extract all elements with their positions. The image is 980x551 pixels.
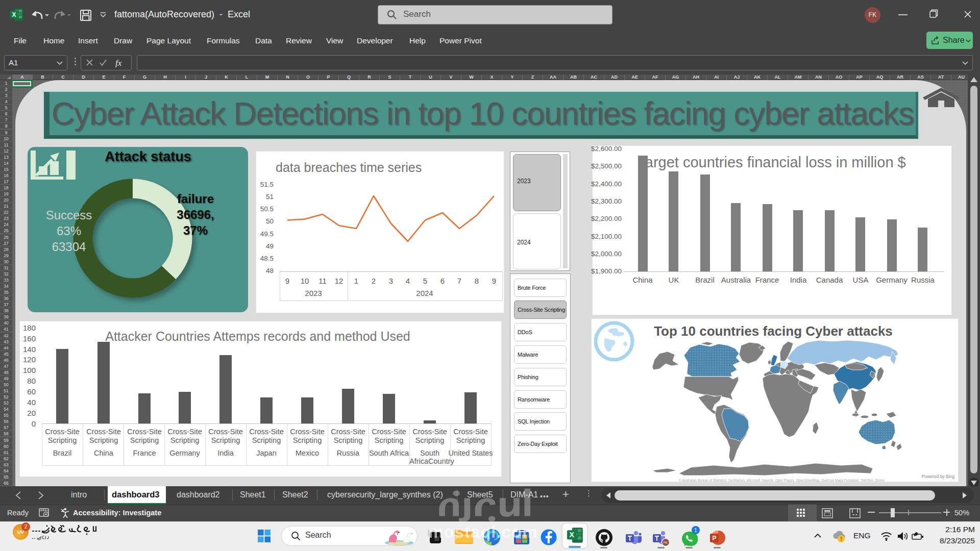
svg-text:FK: FK <box>664 541 668 544</box>
svg-text:P: P <box>712 535 716 542</box>
svg-text:!: ! <box>840 536 842 542</box>
